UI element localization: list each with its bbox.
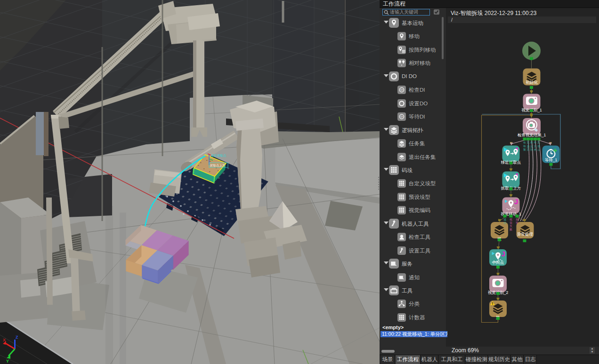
svg-text:DI: DI (400, 115, 403, 118)
svg-text:成: 成 (503, 218, 506, 221)
svg-text:觉: 觉 (510, 222, 512, 225)
svg-text:Z: Z (16, 335, 18, 340)
svg-text:选: 选 (527, 145, 530, 148)
svg-text:点: 点 (534, 148, 537, 151)
svg-text:J: J (514, 198, 518, 206)
svg-text:终: 终 (523, 145, 526, 148)
svg-text:初始化: 初始化 (526, 80, 538, 85)
svg-text:拍: 拍 (530, 148, 533, 151)
svg-text:未: 未 (534, 141, 537, 144)
svg-text:视: 视 (510, 218, 512, 222)
svg-text:云: 云 (537, 148, 540, 151)
svg-text:完: 完 (527, 141, 530, 144)
svg-text:常: 常 (516, 222, 518, 224)
svg-text:完: 完 (534, 144, 537, 148)
svg-text:策: 策 (523, 148, 526, 151)
svg-text:败: 败 (510, 228, 512, 231)
svg-text:X: X (3, 338, 6, 342)
svg-text:DI: DI (400, 89, 403, 92)
svg-text:完: 完 (537, 141, 540, 144)
svg-text:抓取点上方: 抓取点上方 (210, 164, 226, 167)
svg-text:采: 采 (530, 141, 533, 144)
svg-text:等待_1: 等待_1 (545, 158, 558, 162)
svg-text:中间点: 中间点 (492, 260, 504, 265)
svg-text:J: J (502, 250, 505, 258)
svg-text:失: 失 (510, 225, 512, 228)
svg-text:有: 有 (523, 141, 526, 144)
svg-text:检查视觉结果_1: 检查视觉结果_1 (518, 133, 546, 137)
svg-text:Y: Y (6, 359, 9, 364)
svg-text:异常处理: 异常处理 (517, 232, 534, 237)
svg-text:定: 定 (530, 144, 533, 148)
svg-text:功: 功 (503, 222, 506, 224)
svg-text:成: 成 (537, 145, 540, 148)
svg-text:异: 异 (516, 218, 518, 221)
svg-text:完: 完 (527, 148, 530, 151)
svg-text:移近抓取点: 移近抓取点 (211, 154, 227, 158)
